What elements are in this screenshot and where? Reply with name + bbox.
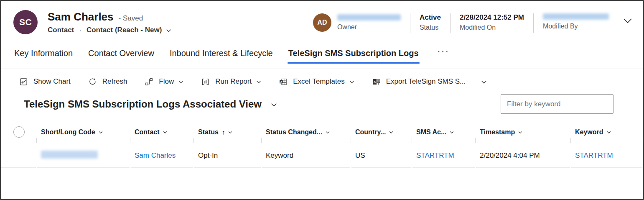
cell-keyword-link[interactable]: STARTRTM xyxy=(571,143,643,168)
select-all-checkbox[interactable] xyxy=(13,126,25,138)
cell-contact-link[interactable]: Sam Charles xyxy=(130,143,194,168)
owner-name-redacted xyxy=(337,14,401,21)
column-header-status[interactable]: Status ↑ xyxy=(194,121,262,143)
column-header-country[interactable]: Country... xyxy=(351,121,412,143)
owner-label: Owner xyxy=(337,23,401,31)
cell-short-long-code xyxy=(37,143,130,168)
show-chart-button[interactable]: Show Chart xyxy=(19,77,71,86)
header-divider xyxy=(410,13,410,33)
excel-templates-button[interactable]: X Excel Templates xyxy=(279,77,354,86)
tab-inbound-interest-lifecycle[interactable]: Inbound Interest & Lifecycle xyxy=(169,45,274,65)
record-identity: SC Sam Charles - Saved Contact · Contact… xyxy=(13,10,171,34)
show-chart-icon xyxy=(19,77,28,86)
modified-by-field[interactable]: Modified By xyxy=(543,13,609,30)
refresh-label: Refresh xyxy=(102,77,127,86)
modified-on-value: 2/28/2024 12:52 PM xyxy=(460,13,524,22)
refresh-button[interactable]: Refresh xyxy=(88,77,127,86)
header-divider xyxy=(450,13,451,33)
collapse-header-chevron-icon[interactable] xyxy=(623,18,632,25)
record-title: Sam Charles xyxy=(48,10,114,23)
chevron-down-icon xyxy=(228,131,232,134)
chevron-down-icon[interactable] xyxy=(166,29,171,33)
record-header-fields: AD Owner Active Status 2/28/2024 12:52 P… xyxy=(313,10,632,33)
chevron-down-icon xyxy=(256,80,261,84)
command-bar: Show Chart Refresh xyxy=(1,69,643,92)
status-value: Active xyxy=(420,13,441,22)
entity-type-label: Contact xyxy=(48,26,74,34)
export-telesign-button[interactable]: X Export TeleSign SMS S... xyxy=(372,77,466,86)
view-header: TeleSign SMS Subscription Logs Associate… xyxy=(1,92,643,116)
modified-by-label: Modified By xyxy=(543,23,609,30)
chevron-down-icon xyxy=(163,131,167,134)
subgrid-section: Show Chart Refresh xyxy=(1,69,643,168)
tab-telesign-sms-subscription-logs[interactable]: TeleSign SMS Subscription Logs xyxy=(288,45,420,65)
chevron-down-icon xyxy=(326,131,330,134)
flow-label: Flow xyxy=(159,77,174,86)
cell-sms-account-link[interactable]: STARTRTM xyxy=(412,143,476,168)
record-header: SC Sam Charles - Saved Contact · Contact… xyxy=(1,1,643,43)
show-chart-label: Show Chart xyxy=(33,77,71,86)
export-telesign-label: Export TeleSign SMS S... xyxy=(386,77,466,86)
view-selector[interactable]: TeleSign SMS Subscription Logs Associate… xyxy=(24,98,277,110)
modified-on-label: Modified On xyxy=(460,24,524,31)
chevron-down-icon xyxy=(607,131,611,134)
status-label: Status xyxy=(420,24,441,31)
select-all-cell xyxy=(1,121,37,143)
flow-icon xyxy=(145,77,153,86)
contact-avatar: SC xyxy=(13,10,38,34)
column-header-contact[interactable]: Contact xyxy=(130,121,194,143)
flow-button[interactable]: Flow xyxy=(145,77,183,86)
cell-country: US xyxy=(351,143,412,168)
separator-dot: · xyxy=(79,26,81,34)
modified-on-field: 2/28/2024 12:52 PM Modified On xyxy=(460,13,524,31)
sort-ascending-icon: ↑ xyxy=(222,128,225,136)
owner-avatar: AD xyxy=(313,13,331,32)
cell-timestamp: 2/20/2024 4:04 PM xyxy=(476,143,571,168)
form-tabs: Key Information Contact Overview Inbound… xyxy=(1,43,643,69)
subscription-logs-grid: Short/Long Code Contact Status ↑ Status … xyxy=(1,121,643,168)
row-select-cell[interactable] xyxy=(1,143,37,168)
refresh-icon xyxy=(88,77,97,86)
chevron-down-icon xyxy=(271,103,277,107)
excel-templates-icon: X xyxy=(279,77,288,86)
chevron-down-icon xyxy=(518,131,522,134)
run-report-icon xyxy=(201,77,210,86)
chevron-down-icon xyxy=(389,131,393,134)
excel-templates-label: Excel Templates xyxy=(293,77,344,86)
owner-field[interactable]: AD Owner xyxy=(313,13,401,32)
header-divider xyxy=(533,13,534,33)
svg-text:X: X xyxy=(374,80,376,84)
tabs-overflow-ellipsis[interactable]: ··· xyxy=(433,45,453,56)
grid-header-row: Short/Long Code Contact Status ↑ Status … xyxy=(1,121,643,143)
command-bar-divider xyxy=(475,76,475,87)
column-header-keyword[interactable]: Keyword xyxy=(571,121,643,143)
form-selector[interactable]: Contact (Reach - New) xyxy=(87,26,162,34)
run-report-label: Run Report xyxy=(215,77,252,86)
run-report-button[interactable]: Run Report xyxy=(201,77,261,86)
tab-contact-overview[interactable]: Contact Overview xyxy=(87,45,155,65)
chevron-down-icon xyxy=(349,80,354,84)
column-header-sms-account[interactable]: SMS Ac... xyxy=(412,121,476,143)
modified-by-name-redacted xyxy=(543,13,609,20)
export-excel-icon: X xyxy=(372,77,381,86)
contact-record-page: SC Sam Charles - Saved Contact · Contact… xyxy=(0,0,644,200)
cell-status-changed: Keyword xyxy=(262,143,351,168)
column-header-timestamp[interactable]: Timestamp xyxy=(476,121,571,143)
column-header-short-long-code[interactable]: Short/Long Code xyxy=(37,121,130,143)
chevron-down-icon xyxy=(178,80,183,84)
cell-status: Opt-In xyxy=(194,143,262,168)
column-header-status-changed[interactable]: Status Changed... xyxy=(262,121,351,143)
chevron-down-icon xyxy=(450,131,454,134)
svg-text:X: X xyxy=(280,80,283,83)
command-bar-overflow-chevron-icon[interactable] xyxy=(481,80,487,84)
table-row[interactable]: Sam Charles Opt-In Keyword US STARTRTM 2… xyxy=(1,143,643,168)
tab-key-information[interactable]: Key Information xyxy=(13,45,74,65)
view-title: TeleSign SMS Subscription Logs Associate… xyxy=(24,98,262,110)
status-field: Active Status xyxy=(420,13,441,31)
save-status: - Saved xyxy=(119,14,143,23)
short-long-code-redacted xyxy=(41,151,98,159)
chevron-down-icon xyxy=(99,131,103,134)
filter-by-keyword-input[interactable] xyxy=(501,94,613,114)
